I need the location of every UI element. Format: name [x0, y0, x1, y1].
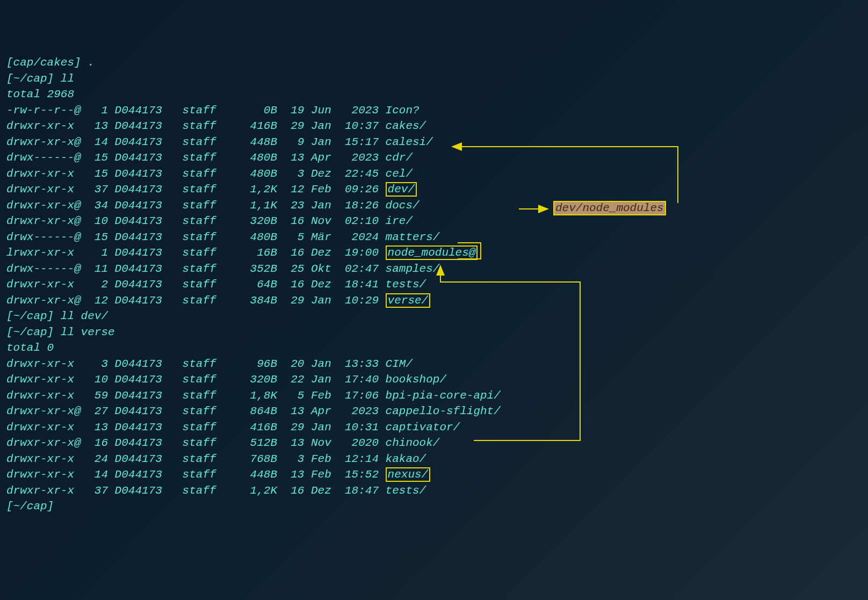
file-owner: D044173 — [115, 356, 169, 372]
file-row: drwx------@15D044173staff480B5Mär2024mat… — [6, 229, 862, 245]
file-size: 16B — [230, 245, 277, 261]
file-day: 16 — [284, 213, 305, 229]
file-size: 512B — [230, 435, 277, 451]
file-day: 19 — [284, 103, 305, 119]
file-owner: D044173 — [115, 277, 169, 293]
file-size: 1,2K — [230, 483, 277, 499]
file-permissions: drwxr-xr-x@ — [6, 293, 81, 309]
file-group: staff — [183, 118, 223, 134]
file-name: cdr/ — [386, 150, 413, 166]
file-name: Icon? — [386, 103, 419, 119]
file-time: 15:17 — [345, 134, 379, 150]
file-month: Jan — [311, 420, 338, 436]
file-month: Feb — [311, 451, 338, 467]
file-link-count: 15 — [88, 150, 108, 166]
file-size: 1,1K — [230, 198, 277, 214]
file-time: 22:45 — [345, 166, 379, 182]
file-group: staff — [183, 134, 223, 150]
file-month: Feb — [311, 388, 338, 404]
file-month: Nov — [311, 213, 338, 229]
file-row: drwxr-xr-x@12D044173staff384B29Jan10:29v… — [6, 293, 862, 309]
file-name: tests/ — [386, 483, 426, 499]
file-month: Jan — [311, 118, 338, 134]
file-group: staff — [183, 277, 223, 293]
file-time: 2020 — [345, 435, 379, 451]
file-permissions: -rw-r--r--@ — [6, 103, 81, 119]
file-owner: D044173 — [115, 198, 169, 214]
file-name: cel/ — [386, 166, 413, 182]
file-name: cappello-sflight/ — [386, 403, 501, 420]
file-group: staff — [183, 388, 223, 404]
file-size: 1,2K — [230, 182, 277, 198]
file-day: 13 — [284, 150, 305, 166]
file-month: Dez — [311, 245, 338, 261]
file-permissions: drwxr-xr-x@ — [6, 403, 81, 420]
file-permissions: drwxr-xr-x@ — [6, 435, 81, 451]
file-group: staff — [183, 356, 223, 372]
file-owner: D044173 — [115, 451, 169, 467]
file-size: 320B — [230, 372, 277, 388]
file-row: drwxr-xr-x@10D044173staff320B16Nov02:10i… — [6, 213, 862, 229]
file-link-count: 14 — [88, 134, 108, 150]
file-time: 02:47 — [345, 261, 379, 277]
file-row: drwxr-xr-x24D044173staff768B3Feb12:14kak… — [6, 451, 862, 467]
terminal-output[interactable]: [cap/cakes] .[~/cap] lltotal 2968-rw-r--… — [6, 55, 862, 515]
file-month: Feb — [311, 467, 338, 483]
file-time: 10:31 — [345, 420, 379, 436]
file-owner: D044173 — [115, 388, 169, 404]
file-month: Apr — [311, 403, 338, 420]
file-owner: D044173 — [115, 467, 169, 483]
file-permissions: drwx------@ — [6, 261, 81, 277]
file-row: drwxr-xr-x15D044173staff480B3Dez22:45cel… — [6, 166, 862, 182]
file-size: 64B — [230, 277, 277, 293]
file-permissions: lrwxr-xr-x — [6, 245, 81, 261]
file-link-count: 13 — [88, 118, 108, 134]
file-permissions: drwxr-xr-x — [6, 118, 81, 134]
file-name: ire/ — [386, 213, 413, 229]
file-link-count: 34 — [88, 198, 108, 214]
file-group: staff — [183, 293, 223, 309]
file-owner: D044173 — [115, 403, 169, 420]
file-month: Jan — [311, 293, 338, 309]
file-name: samples/ — [386, 261, 440, 277]
file-time: 2023 — [345, 403, 379, 420]
file-owner: D044173 — [115, 261, 169, 277]
file-link-count: 10 — [88, 372, 108, 388]
file-link-count: 27 — [88, 403, 108, 420]
file-row: drwxr-xr-x37D044173staff1,2K16Dez18:47te… — [6, 483, 862, 499]
file-link-count: 10 — [88, 213, 108, 229]
file-permissions: drwxr-xr-x — [6, 483, 81, 499]
file-group: staff — [183, 166, 223, 182]
prompt-line[interactable]: [~/cap] — [6, 498, 862, 515]
file-group: staff — [183, 403, 223, 420]
file-row: drwxr-xr-x13D044173staff416B29Jan10:37ca… — [6, 118, 862, 134]
file-link-count: 13 — [88, 420, 108, 436]
file-size: 320B — [230, 213, 277, 229]
file-row: drwxr-xr-x@34D044173staff1,1K23Jan18:26d… — [6, 198, 862, 214]
file-size: 864B — [230, 403, 277, 420]
file-time: 17:06 — [345, 388, 379, 404]
symlink-target: dev/node_modules — [553, 201, 666, 215]
file-day: 9 — [284, 134, 305, 150]
file-link-count: 12 — [88, 293, 108, 309]
total-line: total 0 — [6, 340, 862, 356]
file-group: staff — [183, 182, 223, 198]
file-time: 2023 — [345, 150, 379, 166]
file-day: 29 — [284, 293, 305, 309]
file-time: 18:26 — [345, 198, 379, 214]
file-name-boxed: verse/ — [386, 293, 431, 308]
file-name: docs/ — [386, 198, 419, 214]
file-size: 96B — [230, 356, 277, 372]
file-month: Jan — [311, 198, 338, 214]
prompt-line: [~/cap] ll — [6, 71, 862, 87]
prompt-line: [~/cap] ll verse — [6, 324, 862, 341]
file-link-count: 15 — [88, 166, 108, 182]
file-group: staff — [183, 150, 223, 166]
prompt-line: [cap/cakes] . — [6, 55, 862, 71]
file-group: staff — [183, 483, 223, 499]
file-owner: D044173 — [115, 483, 169, 499]
file-link-count: 2 — [88, 277, 108, 293]
file-group: staff — [183, 372, 223, 388]
file-time: 12:14 — [345, 451, 379, 467]
file-month: Apr — [311, 150, 338, 166]
